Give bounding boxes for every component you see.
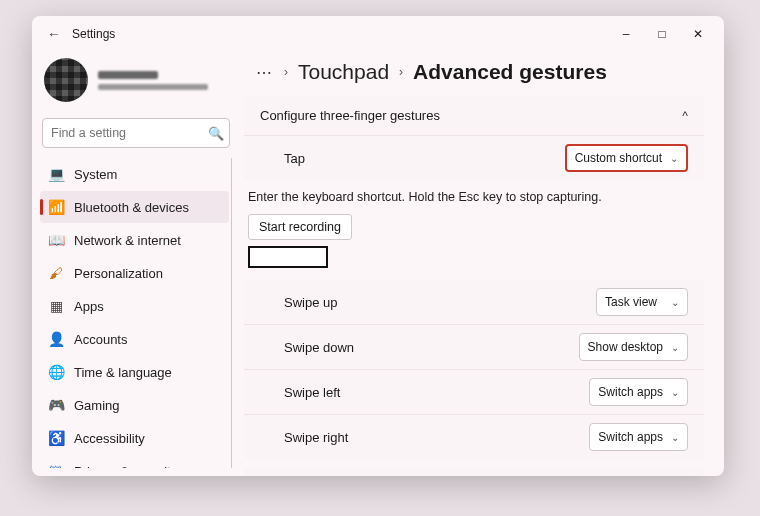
minimize-button[interactable]: –: [608, 20, 644, 48]
accessibility-icon: ♿: [48, 430, 64, 446]
chevron-down-icon: ⌄: [671, 387, 679, 398]
sidebar-item-network[interactable]: 📖Network & internet: [40, 224, 229, 256]
sidebar-item-apps[interactable]: ▦Apps: [40, 290, 229, 322]
sidebar-item-time-language[interactable]: 🌐Time & language: [40, 356, 229, 388]
swipe-left-dropdown[interactable]: Switch apps⌄: [589, 378, 688, 406]
chevron-right-icon: ›: [399, 65, 403, 79]
breadcrumb-more[interactable]: ⋯: [256, 63, 274, 82]
sidebar-item-label: Privacy & security: [74, 464, 177, 469]
search-input[interactable]: [51, 126, 208, 140]
dropdown-value: Switch apps: [598, 430, 663, 444]
settings-window: ← Settings – □ ✕ 🔍 💻System 📶Bluetooth & …: [32, 16, 724, 476]
sidebar-item-gaming[interactable]: 🎮Gaming: [40, 389, 229, 421]
sidebar-item-bluetooth-devices[interactable]: 📶Bluetooth & devices: [40, 191, 229, 223]
swipe-label: Swipe down: [284, 340, 579, 355]
chevron-down-icon: ⌄: [671, 342, 679, 353]
sidebar-item-privacy-security[interactable]: 🛡Privacy & security: [40, 455, 229, 468]
sidebar-item-label: Accounts: [74, 332, 127, 347]
app-title: Settings: [72, 27, 115, 41]
avatar: [44, 58, 88, 102]
tap-label: Tap: [284, 151, 565, 166]
swipe-label: Swipe up: [284, 295, 596, 310]
swipe-up-dropdown[interactable]: Task view⌄: [596, 288, 688, 316]
body: 🔍 💻System 📶Bluetooth & devices 📖Network …: [32, 52, 724, 476]
grid-icon: ▦: [48, 298, 64, 314]
wifi-icon: 📖: [48, 232, 64, 248]
back-button[interactable]: ←: [40, 26, 68, 42]
swipe-right-dropdown[interactable]: Switch apps⌄: [589, 423, 688, 451]
three-finger-swipes: Swipe up Task view⌄ Swipe down Show desk…: [244, 280, 704, 459]
bluetooth-icon: 📶: [48, 199, 64, 215]
swipe-down-row: Swipe down Show desktop⌄: [244, 325, 704, 370]
sidebar-item-label: Time & language: [74, 365, 172, 380]
person-icon: 👤: [48, 331, 64, 347]
dropdown-value: Switch apps: [598, 385, 663, 399]
chevron-right-icon: ›: [284, 65, 288, 79]
breadcrumb-parent[interactable]: Touchpad: [298, 60, 389, 84]
breadcrumb: ⋯ › Touchpad › Advanced gestures: [240, 52, 720, 96]
search-box[interactable]: 🔍: [42, 118, 230, 148]
tap-dropdown[interactable]: Custom shortcut ⌄: [565, 144, 688, 172]
three-finger-section: Configure three-finger gestures ^ Tap Cu…: [244, 96, 704, 180]
section-title: Configure three-finger gestures: [260, 108, 440, 123]
dropdown-value: Show desktop: [588, 340, 663, 354]
gamepad-icon: 🎮: [48, 397, 64, 413]
swipe-down-dropdown[interactable]: Show desktop⌄: [579, 333, 688, 361]
swipe-left-row: Swipe left Switch apps⌄: [244, 370, 704, 415]
sidebar-item-system[interactable]: 💻System: [40, 158, 229, 190]
sidebar-item-label: Network & internet: [74, 233, 181, 248]
maximize-button[interactable]: □: [644, 20, 680, 48]
three-finger-header[interactable]: Configure three-finger gestures ^: [244, 96, 704, 135]
close-button[interactable]: ✕: [680, 20, 716, 48]
shield-icon: 🛡: [48, 463, 64, 468]
chevron-down-icon: ⌄: [670, 153, 678, 164]
search-icon: 🔍: [208, 126, 224, 141]
dropdown-value: Task view: [605, 295, 657, 309]
sidebar-item-label: System: [74, 167, 117, 182]
start-recording-button[interactable]: Start recording: [248, 214, 352, 240]
shortcut-hint: Enter the keyboard shortcut. Hold the Es…: [244, 184, 704, 210]
page-title: Advanced gestures: [413, 60, 607, 84]
titlebar: ← Settings – □ ✕: [32, 16, 724, 52]
main-pane: ⋯ › Touchpad › Advanced gestures Configu…: [240, 52, 724, 476]
swipe-up-row: Swipe up Task view⌄: [244, 280, 704, 325]
swipe-right-row: Swipe right Switch apps⌄: [244, 415, 704, 459]
content: Configure three-finger gestures ^ Tap Cu…: [244, 96, 720, 476]
sidebar-item-label: Personalization: [74, 266, 163, 281]
sidebar-item-label: Accessibility: [74, 431, 145, 446]
four-finger-header[interactable]: Configure four-finger gestures ⌄: [244, 467, 704, 476]
sidebar-item-accounts[interactable]: 👤Accounts: [40, 323, 229, 355]
shortcut-capture-input[interactable]: [248, 246, 328, 268]
chevron-up-icon: ^: [682, 109, 688, 123]
sidebar-item-label: Bluetooth & devices: [74, 200, 189, 215]
sidebar-item-label: Gaming: [74, 398, 120, 413]
four-finger-section: Configure four-finger gestures ⌄: [244, 467, 704, 476]
tap-row: Tap Custom shortcut ⌄: [244, 135, 704, 180]
window-controls: – □ ✕: [608, 20, 716, 48]
sidebar-item-personalization[interactable]: 🖌Personalization: [40, 257, 229, 289]
profile-block[interactable]: [40, 52, 232, 116]
chevron-down-icon: ⌄: [671, 432, 679, 443]
sidebar-item-accessibility[interactable]: ♿Accessibility: [40, 422, 229, 454]
sidebar: 🔍 💻System 📶Bluetooth & devices 📖Network …: [32, 52, 240, 476]
nav-list: 💻System 📶Bluetooth & devices 📖Network & …: [40, 158, 232, 468]
brush-icon: 🖌: [48, 265, 64, 281]
sidebar-item-label: Apps: [74, 299, 104, 314]
swipe-label: Swipe right: [284, 430, 589, 445]
chevron-down-icon: ⌄: [671, 297, 679, 308]
display-icon: 💻: [48, 166, 64, 182]
globe-icon: 🌐: [48, 364, 64, 380]
swipe-label: Swipe left: [284, 385, 589, 400]
dropdown-value: Custom shortcut: [575, 151, 662, 165]
profile-text: [98, 71, 228, 90]
